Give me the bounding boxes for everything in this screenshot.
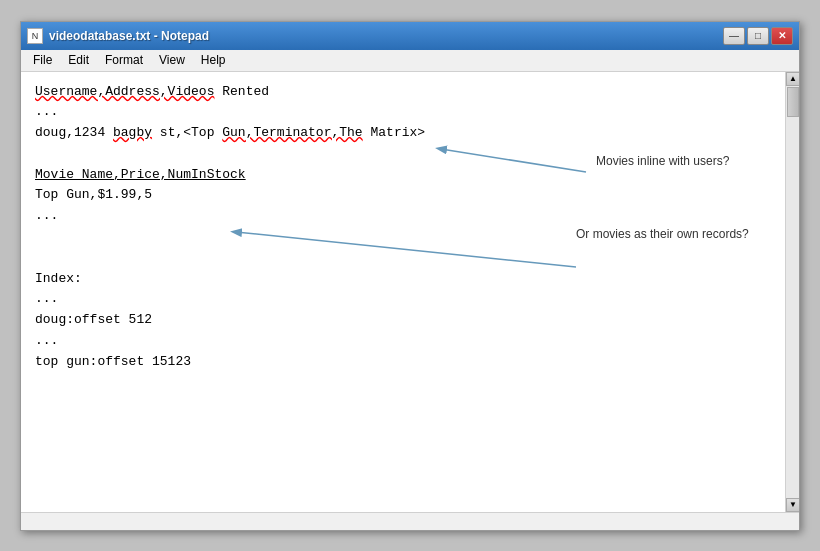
menu-format[interactable]: Format [97,51,151,69]
menu-file[interactable]: File [25,51,60,69]
text-editor[interactable]: Username,Address,Videos Rented ... doug,… [21,72,785,512]
text-line-2: doug,1234 bagby st,<Top Gun,Terminator,T… [35,123,771,144]
text-line-4: Movie Name,Price,NumInStock [35,165,771,186]
title-buttons: — □ ✕ [723,27,793,45]
scroll-up-button[interactable]: ▲ [786,72,799,86]
scroll-thumb[interactable] [787,87,799,117]
text-line-9: Index: [35,269,771,290]
scroll-track[interactable] [786,86,799,498]
text-line-10: ... [35,289,771,310]
text-line-13: top gun:offset 15123 [35,352,771,373]
text-line-11: doug:offset 512 [35,310,771,331]
app-icon: N [27,28,43,44]
title-bar: N videodatabase.txt - Notepad — □ ✕ [21,22,799,50]
window-title: videodatabase.txt - Notepad [49,29,209,43]
content-area: Username,Address,Videos Rented ... doug,… [21,72,799,512]
text-line-8 [35,248,771,269]
text-line-5: Top Gun,$1.99,5 [35,185,771,206]
text-line-6: ... [35,206,771,227]
title-bar-left: N videodatabase.txt - Notepad [27,28,209,44]
minimize-button[interactable]: — [723,27,745,45]
menu-view[interactable]: View [151,51,193,69]
close-button[interactable]: ✕ [771,27,793,45]
text-line-7 [35,227,771,248]
status-bar [21,512,799,530]
text-line-12: ... [35,331,771,352]
menu-bar: File Edit Format View Help [21,50,799,72]
maximize-button[interactable]: □ [747,27,769,45]
menu-edit[interactable]: Edit [60,51,97,69]
scroll-down-button[interactable]: ▼ [786,498,799,512]
menu-help[interactable]: Help [193,51,234,69]
text-line-1: ... [35,102,771,123]
notepad-window: N videodatabase.txt - Notepad — □ ✕ File… [20,21,800,531]
scrollbar[interactable]: ▲ ▼ [785,72,799,512]
text-line-0: Username,Address,Videos Rented [35,82,771,103]
text-line-3 [35,144,771,165]
